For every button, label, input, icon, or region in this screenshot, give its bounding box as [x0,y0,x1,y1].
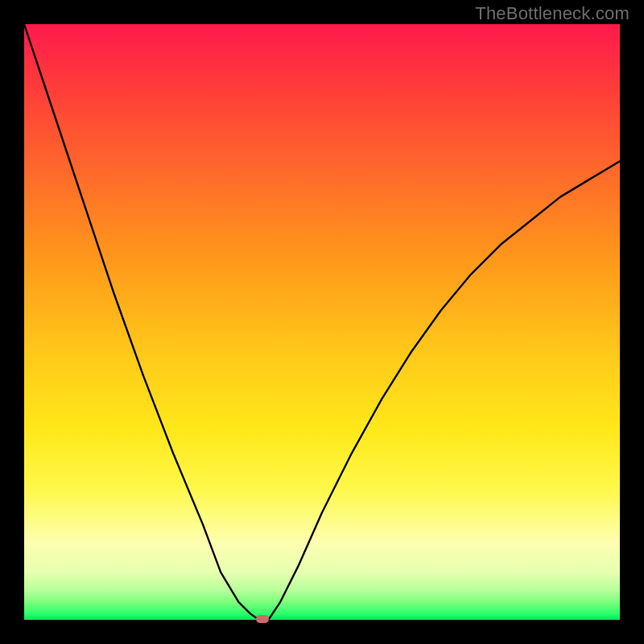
chart-frame: TheBottleneck.com [0,0,644,644]
watermark-text: TheBottleneck.com [475,3,630,24]
bottleneck-curve [24,24,620,620]
curve-path [24,24,620,620]
optimal-marker [256,615,269,623]
plot-area [24,24,620,620]
